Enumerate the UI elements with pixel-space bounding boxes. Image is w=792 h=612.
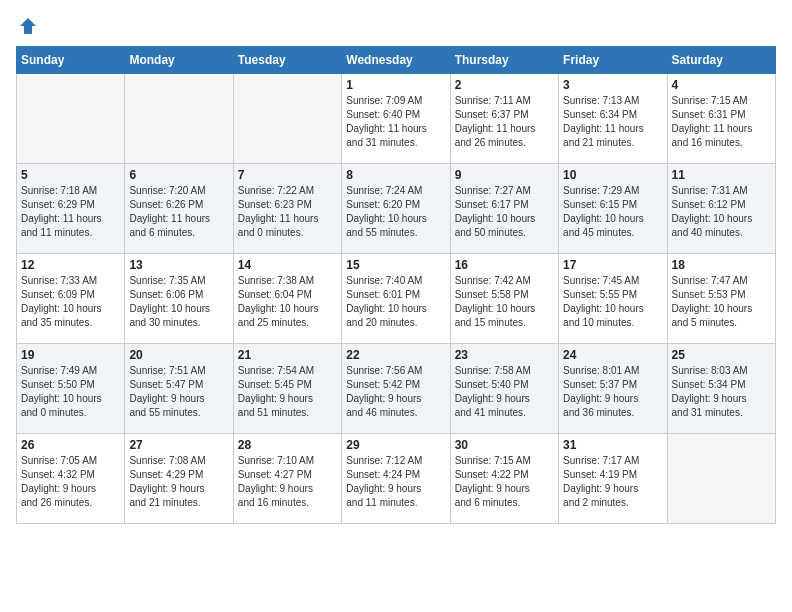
calendar-table: SundayMondayTuesdayWednesdayThursdayFrid… <box>16 46 776 524</box>
calendar-cell: 28Sunrise: 7:10 AM Sunset: 4:27 PM Dayli… <box>233 434 341 524</box>
day-number: 11 <box>672 168 771 182</box>
day-number: 21 <box>238 348 337 362</box>
calendar-cell: 1Sunrise: 7:09 AM Sunset: 6:40 PM Daylig… <box>342 74 450 164</box>
day-number: 9 <box>455 168 554 182</box>
page-header <box>16 16 776 36</box>
day-number: 7 <box>238 168 337 182</box>
calendar-cell: 16Sunrise: 7:42 AM Sunset: 5:58 PM Dayli… <box>450 254 558 344</box>
calendar-week-row: 1Sunrise: 7:09 AM Sunset: 6:40 PM Daylig… <box>17 74 776 164</box>
calendar-cell <box>667 434 775 524</box>
day-info: Sunrise: 7:35 AM Sunset: 6:06 PM Dayligh… <box>129 274 228 330</box>
calendar-cell: 12Sunrise: 7:33 AM Sunset: 6:09 PM Dayli… <box>17 254 125 344</box>
day-number: 15 <box>346 258 445 272</box>
calendar-cell: 13Sunrise: 7:35 AM Sunset: 6:06 PM Dayli… <box>125 254 233 344</box>
calendar-cell: 5Sunrise: 7:18 AM Sunset: 6:29 PM Daylig… <box>17 164 125 254</box>
calendar-cell <box>17 74 125 164</box>
day-info: Sunrise: 7:11 AM Sunset: 6:37 PM Dayligh… <box>455 94 554 150</box>
day-number: 20 <box>129 348 228 362</box>
day-number: 4 <box>672 78 771 92</box>
day-info: Sunrise: 7:31 AM Sunset: 6:12 PM Dayligh… <box>672 184 771 240</box>
day-info: Sunrise: 7:18 AM Sunset: 6:29 PM Dayligh… <box>21 184 120 240</box>
day-info: Sunrise: 7:27 AM Sunset: 6:17 PM Dayligh… <box>455 184 554 240</box>
day-number: 31 <box>563 438 662 452</box>
day-info: Sunrise: 7:20 AM Sunset: 6:26 PM Dayligh… <box>129 184 228 240</box>
calendar-cell: 22Sunrise: 7:56 AM Sunset: 5:42 PM Dayli… <box>342 344 450 434</box>
calendar-cell <box>233 74 341 164</box>
day-number: 22 <box>346 348 445 362</box>
day-info: Sunrise: 7:09 AM Sunset: 6:40 PM Dayligh… <box>346 94 445 150</box>
calendar-week-row: 26Sunrise: 7:05 AM Sunset: 4:32 PM Dayli… <box>17 434 776 524</box>
calendar-cell: 24Sunrise: 8:01 AM Sunset: 5:37 PM Dayli… <box>559 344 667 434</box>
day-info: Sunrise: 7:33 AM Sunset: 6:09 PM Dayligh… <box>21 274 120 330</box>
weekday-header-thursday: Thursday <box>450 47 558 74</box>
day-number: 23 <box>455 348 554 362</box>
day-info: Sunrise: 8:01 AM Sunset: 5:37 PM Dayligh… <box>563 364 662 420</box>
day-info: Sunrise: 7:05 AM Sunset: 4:32 PM Dayligh… <box>21 454 120 510</box>
calendar-week-row: 19Sunrise: 7:49 AM Sunset: 5:50 PM Dayli… <box>17 344 776 434</box>
calendar-cell: 14Sunrise: 7:38 AM Sunset: 6:04 PM Dayli… <box>233 254 341 344</box>
day-info: Sunrise: 8:03 AM Sunset: 5:34 PM Dayligh… <box>672 364 771 420</box>
day-number: 29 <box>346 438 445 452</box>
weekday-header-monday: Monday <box>125 47 233 74</box>
day-info: Sunrise: 7:47 AM Sunset: 5:53 PM Dayligh… <box>672 274 771 330</box>
weekday-header-sunday: Sunday <box>17 47 125 74</box>
day-info: Sunrise: 7:13 AM Sunset: 6:34 PM Dayligh… <box>563 94 662 150</box>
calendar-cell: 26Sunrise: 7:05 AM Sunset: 4:32 PM Dayli… <box>17 434 125 524</box>
day-info: Sunrise: 7:38 AM Sunset: 6:04 PM Dayligh… <box>238 274 337 330</box>
calendar-cell <box>125 74 233 164</box>
day-number: 10 <box>563 168 662 182</box>
calendar-cell: 31Sunrise: 7:17 AM Sunset: 4:19 PM Dayli… <box>559 434 667 524</box>
calendar-cell: 29Sunrise: 7:12 AM Sunset: 4:24 PM Dayli… <box>342 434 450 524</box>
day-info: Sunrise: 7:15 AM Sunset: 6:31 PM Dayligh… <box>672 94 771 150</box>
day-info: Sunrise: 7:15 AM Sunset: 4:22 PM Dayligh… <box>455 454 554 510</box>
logo <box>16 16 38 36</box>
calendar-header-row: SundayMondayTuesdayWednesdayThursdayFrid… <box>17 47 776 74</box>
calendar-week-row: 12Sunrise: 7:33 AM Sunset: 6:09 PM Dayli… <box>17 254 776 344</box>
calendar-cell: 30Sunrise: 7:15 AM Sunset: 4:22 PM Dayli… <box>450 434 558 524</box>
day-info: Sunrise: 7:17 AM Sunset: 4:19 PM Dayligh… <box>563 454 662 510</box>
calendar-cell: 2Sunrise: 7:11 AM Sunset: 6:37 PM Daylig… <box>450 74 558 164</box>
day-number: 16 <box>455 258 554 272</box>
weekday-header-saturday: Saturday <box>667 47 775 74</box>
calendar-cell: 23Sunrise: 7:58 AM Sunset: 5:40 PM Dayli… <box>450 344 558 434</box>
calendar-cell: 7Sunrise: 7:22 AM Sunset: 6:23 PM Daylig… <box>233 164 341 254</box>
calendar-cell: 20Sunrise: 7:51 AM Sunset: 5:47 PM Dayli… <box>125 344 233 434</box>
weekday-header-friday: Friday <box>559 47 667 74</box>
calendar-cell: 11Sunrise: 7:31 AM Sunset: 6:12 PM Dayli… <box>667 164 775 254</box>
day-info: Sunrise: 7:12 AM Sunset: 4:24 PM Dayligh… <box>346 454 445 510</box>
day-number: 3 <box>563 78 662 92</box>
svg-marker-0 <box>20 18 36 34</box>
day-number: 13 <box>129 258 228 272</box>
day-info: Sunrise: 7:42 AM Sunset: 5:58 PM Dayligh… <box>455 274 554 330</box>
calendar-cell: 25Sunrise: 8:03 AM Sunset: 5:34 PM Dayli… <box>667 344 775 434</box>
weekday-header-tuesday: Tuesday <box>233 47 341 74</box>
calendar-cell: 4Sunrise: 7:15 AM Sunset: 6:31 PM Daylig… <box>667 74 775 164</box>
day-number: 12 <box>21 258 120 272</box>
calendar-cell: 21Sunrise: 7:54 AM Sunset: 5:45 PM Dayli… <box>233 344 341 434</box>
day-number: 6 <box>129 168 228 182</box>
day-number: 25 <box>672 348 771 362</box>
day-info: Sunrise: 7:40 AM Sunset: 6:01 PM Dayligh… <box>346 274 445 330</box>
day-number: 18 <box>672 258 771 272</box>
day-info: Sunrise: 7:56 AM Sunset: 5:42 PM Dayligh… <box>346 364 445 420</box>
day-number: 27 <box>129 438 228 452</box>
day-info: Sunrise: 7:24 AM Sunset: 6:20 PM Dayligh… <box>346 184 445 240</box>
weekday-header-wednesday: Wednesday <box>342 47 450 74</box>
day-number: 5 <box>21 168 120 182</box>
day-info: Sunrise: 7:22 AM Sunset: 6:23 PM Dayligh… <box>238 184 337 240</box>
day-info: Sunrise: 7:45 AM Sunset: 5:55 PM Dayligh… <box>563 274 662 330</box>
day-number: 30 <box>455 438 554 452</box>
day-info: Sunrise: 7:29 AM Sunset: 6:15 PM Dayligh… <box>563 184 662 240</box>
calendar-cell: 15Sunrise: 7:40 AM Sunset: 6:01 PM Dayli… <box>342 254 450 344</box>
day-info: Sunrise: 7:51 AM Sunset: 5:47 PM Dayligh… <box>129 364 228 420</box>
calendar-cell: 27Sunrise: 7:08 AM Sunset: 4:29 PM Dayli… <box>125 434 233 524</box>
calendar-cell: 8Sunrise: 7:24 AM Sunset: 6:20 PM Daylig… <box>342 164 450 254</box>
day-info: Sunrise: 7:58 AM Sunset: 5:40 PM Dayligh… <box>455 364 554 420</box>
calendar-cell: 6Sunrise: 7:20 AM Sunset: 6:26 PM Daylig… <box>125 164 233 254</box>
day-info: Sunrise: 7:08 AM Sunset: 4:29 PM Dayligh… <box>129 454 228 510</box>
day-number: 24 <box>563 348 662 362</box>
day-number: 28 <box>238 438 337 452</box>
calendar-cell: 3Sunrise: 7:13 AM Sunset: 6:34 PM Daylig… <box>559 74 667 164</box>
logo-icon <box>18 16 38 36</box>
calendar-week-row: 5Sunrise: 7:18 AM Sunset: 6:29 PM Daylig… <box>17 164 776 254</box>
